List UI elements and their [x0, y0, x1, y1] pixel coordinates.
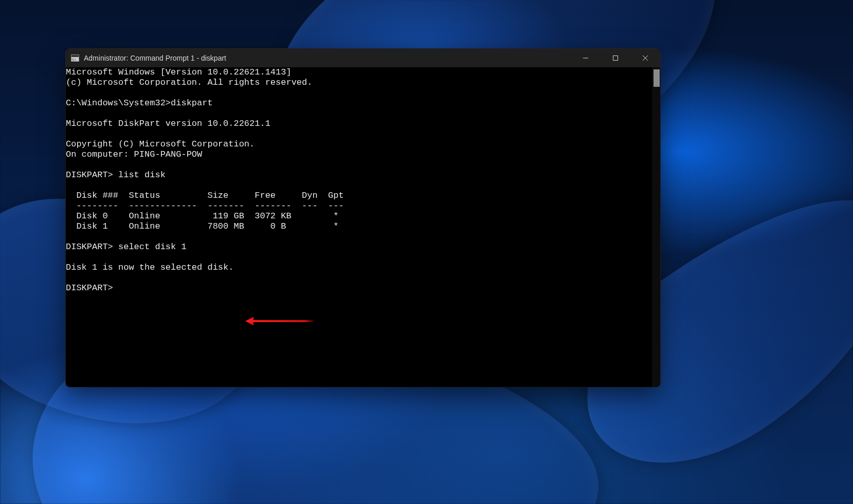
terminal-line — [66, 273, 652, 283]
terminal-line: C:\Windows\System32>diskpart — [66, 98, 652, 108]
scrollbar-thumb[interactable] — [654, 69, 660, 87]
terminal-line: -------- ------------- ------- ------- -… — [66, 201, 652, 211]
terminal-line — [66, 232, 652, 242]
terminal-line: Microsoft Windows [Version 10.0.22621.14… — [66, 67, 652, 78]
terminal-text[interactable]: Microsoft Windows [Version 10.0.22621.14… — [66, 67, 652, 387]
terminal-line: (c) Microsoft Corporation. All rights re… — [66, 78, 652, 88]
cmd-icon — [71, 54, 79, 62]
close-button[interactable] — [630, 49, 660, 67]
minimize-icon — [583, 55, 589, 61]
terminal-line — [66, 88, 652, 98]
terminal-line: DISKPART> select disk 1 — [66, 242, 652, 252]
minimize-button[interactable] — [571, 49, 601, 67]
scrollbar-track[interactable] — [652, 67, 660, 387]
terminal-line: DISKPART> — [66, 283, 652, 293]
terminal-line — [66, 180, 652, 191]
terminal-line: DISKPART> list disk — [66, 170, 652, 180]
terminal-line: Disk 1 Online 7800 MB 0 B * — [66, 221, 652, 232]
close-icon — [642, 55, 648, 61]
terminal-line — [66, 160, 652, 170]
command-prompt-window: Administrator: Command Prompt 1 - diskpa… — [66, 49, 660, 387]
terminal-line: On computer: PING-PANG-POW — [66, 150, 652, 160]
svg-rect-1 — [613, 56, 618, 61]
terminal-line: Microsoft DiskPart version 10.0.22621.1 — [66, 119, 652, 129]
window-titlebar[interactable]: Administrator: Command Prompt 1 - diskpa… — [66, 49, 660, 67]
terminal-viewport[interactable]: Microsoft Windows [Version 10.0.22621.14… — [66, 67, 660, 387]
maximize-icon — [612, 55, 619, 61]
maximize-button[interactable] — [601, 49, 630, 67]
terminal-line: Disk ### Status Size Free Dyn Gpt — [66, 191, 652, 201]
terminal-line — [66, 252, 652, 263]
terminal-line: Copyright (C) Microsoft Corporation. — [66, 139, 652, 150]
window-title: Administrator: Command Prompt 1 - diskpa… — [84, 54, 226, 62]
terminal-line: Disk 0 Online 119 GB 3072 KB * — [66, 211, 652, 221]
window-controls — [571, 49, 660, 67]
terminal-line — [66, 129, 652, 139]
terminal-line — [66, 108, 652, 119]
terminal-line: Disk 1 is now the selected disk. — [66, 263, 652, 273]
